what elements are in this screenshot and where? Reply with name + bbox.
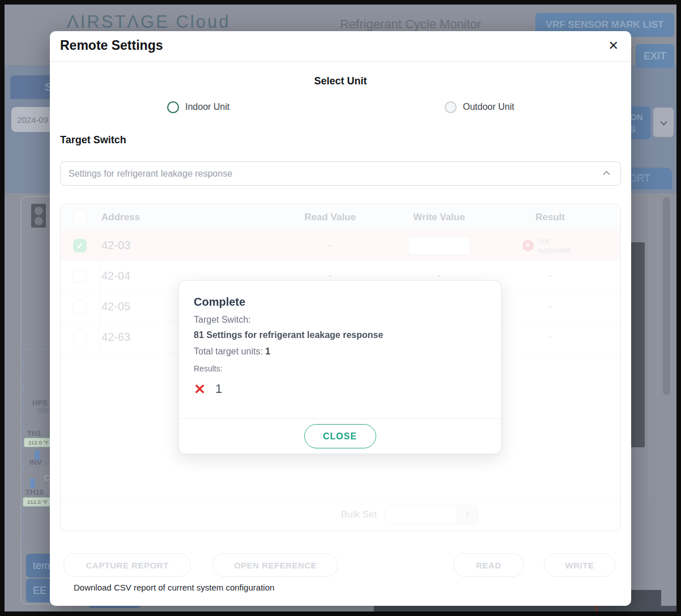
read-button[interactable]: READ (453, 553, 524, 577)
csv-report-caption: Download CSV report of current system co… (74, 583, 274, 592)
background-dropdown[interactable] (653, 108, 674, 137)
scrollbar-thumb[interactable] (663, 197, 670, 395)
arrow-up-icon: ↑ (465, 509, 470, 520)
total-units-value: 1 (265, 346, 270, 356)
target-switch-heading: Target Switch (60, 134, 126, 146)
select-unit-heading: Select Unit (50, 75, 631, 87)
radio-selected-icon (167, 101, 179, 113)
remote-settings-modal: Remote Settings ✕ Select Unit Indoor Uni… (50, 31, 631, 606)
modal-title: Remote Settings (60, 38, 163, 53)
outdoor-unit-icon (31, 204, 46, 228)
radio-unselected-icon (445, 101, 457, 113)
target-switch-value: 81 Settings for refrigerant leakage resp… (194, 330, 486, 340)
page-title: Refrigerant Cycle Monitor (340, 17, 481, 32)
chevron-down-icon (660, 118, 667, 125)
target-switch-value: Settings for refrigerant leakage respons… (69, 169, 232, 179)
indoor-unit-label: Indoor Unit (185, 102, 229, 112)
chart-panel-border (657, 196, 658, 592)
complete-dialog-footer: CLOSE (179, 418, 501, 454)
chart-bar (631, 242, 645, 447)
chart-panel-bottom (374, 606, 676, 611)
unit-radio-group: Indoor Unit Outdoor Unit (50, 100, 631, 116)
target-switch-label: Target Switch: (194, 315, 486, 325)
indoor-unit-radio[interactable]: Indoor Unit (167, 100, 229, 114)
chevron-up-icon (603, 171, 610, 178)
bulk-set-input[interactable] (385, 506, 457, 524)
row-checkbox[interactable] (73, 270, 87, 283)
inv-label: INV (29, 458, 42, 467)
airstage-logo: ΛIRSTΛGE Cloud (67, 12, 230, 32)
address-cell: 42-03 (99, 239, 261, 252)
complete-dialog-title: Complete (194, 296, 486, 309)
th10-temperature-badge: 212.0 °F (23, 497, 52, 507)
write-value-column-header: Write Value (413, 212, 465, 223)
target-switch-select[interactable]: Settings for refrigerant leakage respons… (60, 161, 621, 186)
fan-icon (35, 217, 43, 225)
address-column-header: Address (99, 212, 261, 223)
open-reference-button[interactable]: OPEN REFERENCE (212, 553, 338, 577)
close-icon[interactable]: ✕ (608, 38, 619, 53)
select-all-checkbox[interactable] (73, 211, 87, 224)
read-value-cell: - (329, 239, 332, 251)
bulk-set-row: Bulk Set ↑ (61, 498, 620, 531)
close-button[interactable]: CLOSE (304, 424, 376, 448)
result-cell: - (548, 331, 552, 343)
results-label: Results: (194, 364, 486, 373)
exit-button[interactable]: EXIT (636, 44, 674, 68)
th1-temperature-badge: 212.0 °F (24, 438, 53, 447)
row-checkbox[interactable]: ✓ (73, 239, 87, 253)
th10-sensor-label: TH10 (25, 488, 44, 497)
error-result-row: ✕ 1 (194, 382, 486, 396)
not-supported-icon: ✕ (522, 240, 534, 251)
result-cell: - (548, 270, 552, 282)
row-checkbox[interactable] (73, 300, 87, 314)
system-tab-partial[interactable]: S (10, 75, 54, 99)
bulk-set-apply-button[interactable]: ↑ (457, 506, 478, 524)
error-count: 1 (215, 382, 222, 396)
table-row: ✓ 42-03 - ✕ Not supported (61, 230, 620, 261)
not-supported-text: Not supported (538, 237, 578, 254)
write-button[interactable]: WRITE (544, 553, 615, 577)
result-column-header: Result (535, 212, 565, 223)
hps-sensor-shape (37, 408, 49, 413)
thermometer-icon (30, 478, 35, 489)
hps-sensor-label: HPS (32, 399, 48, 407)
chart-panel-border (649, 196, 650, 502)
chart-cursor-line (596, 606, 597, 611)
complete-dialog: Complete Target Switch: 81 Settings for … (178, 280, 501, 454)
result-cell: ✕ Not supported (479, 237, 621, 254)
bulk-set-label: Bulk Set (341, 509, 377, 520)
error-x-icon: ✕ (194, 382, 206, 396)
table-header-row: Address Read Value Write Value Result (61, 204, 620, 230)
modal-header: Remote Settings ✕ (50, 31, 631, 62)
row-checkbox[interactable] (73, 331, 87, 344)
th1-sensor-label: TH1 (27, 429, 41, 438)
outdoor-unit-label: Outdoor Unit (463, 102, 514, 112)
operation-button-line1: ON (630, 111, 643, 123)
fan-icon (35, 207, 43, 215)
result-cell: - (548, 301, 552, 313)
write-value-input[interactable] (408, 237, 470, 255)
total-target-units: Total target units: 1 (194, 346, 486, 357)
capture-report-button[interactable]: CAPTURE REPORT (63, 553, 191, 577)
outdoor-unit-radio[interactable]: Outdoor Unit (445, 100, 514, 114)
read-value-column-header: Read Value (304, 212, 356, 223)
